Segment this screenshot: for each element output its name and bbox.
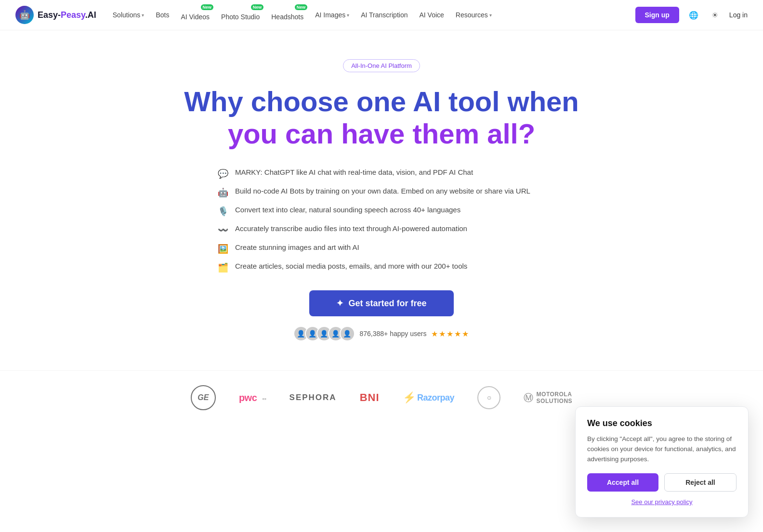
hero-title: Why choose one AI tool when you can have… [184, 86, 579, 150]
cookie-title: We use cookies [587, 418, 737, 425]
nav-actions: Sign up 🌐 ☀ Log in [635, 7, 748, 23]
transcribe-icon: 〰️ [218, 224, 229, 235]
nav-item-ai-videos[interactable]: New AI Videos [176, 6, 214, 24]
theme-toggle-icon[interactable]: ☀ [708, 8, 722, 22]
cta-section: Get started for free 👤 👤 👤 👤 👤 876,388+ … [184, 290, 579, 341]
feature-item-3: 〰️ Accurately transcribe audio files int… [218, 223, 545, 235]
logo-text: Easy-Peasy.AI [38, 10, 96, 20]
logo-avatar: 🤖 [15, 6, 34, 24]
hero-section: All-In-One AI Platform Why choose one AI… [165, 30, 598, 361]
new-badge-ai-videos: New [201, 4, 214, 10]
get-started-button[interactable]: Get started for free [309, 290, 454, 316]
nav-item-ai-images[interactable]: AI Images ▾ [310, 8, 354, 22]
signup-button[interactable]: Sign up [635, 7, 679, 23]
chat-icon: 💬 [218, 168, 229, 179]
navbar: 🤖 Easy-Peasy.AI Solutions ▾ Bots New AI … [0, 0, 763, 30]
bot-icon: 🤖 [218, 186, 229, 198]
nav-item-solutions[interactable]: Solutions ▾ [108, 8, 149, 22]
mic-icon: 🎙️ [218, 205, 229, 217]
logo-bni: BNI [360, 391, 380, 404]
chevron-down-icon: ▾ [142, 13, 144, 18]
feature-list: 💬 MARKY: ChatGPT like AI chat with real-… [218, 167, 545, 273]
feature-item-4: 🖼️ Create stunning images and art with A… [218, 242, 545, 254]
cookie-banner: We use cookies By clicking "Accept all",… [575, 406, 749, 425]
globe-icon[interactable]: 🌐 [687, 8, 700, 22]
logo-pwc: pwc ▪▪ [239, 392, 266, 403]
logo-ge: GE [191, 385, 216, 410]
nav-item-bots[interactable]: Bots [151, 8, 174, 22]
social-proof: 👤 👤 👤 👤 👤 876,388+ happy users ★★★★★ [293, 326, 470, 341]
feature-item-0: 💬 MARKY: ChatGPT like AI chat with real-… [218, 167, 545, 179]
logo-razorpay: ⚡Razorpay [403, 391, 455, 404]
nav-item-headshots[interactable]: New Headshots [266, 6, 308, 24]
logo-sephora: SEPHORA [289, 393, 337, 402]
avatar-group: 👤 👤 👤 👤 👤 [293, 326, 355, 341]
chevron-down-icon-images: ▾ [347, 13, 349, 18]
sparkle-icon [336, 298, 343, 309]
star-rating: ★★★★★ [431, 329, 470, 338]
logo-motorola: Ⓜ MOTOROLASOLUTIONS [524, 391, 572, 404]
user-count: 876,388+ happy users [360, 330, 427, 337]
feature-item-5: 🗂️ Create articles, social media posts, … [218, 261, 545, 273]
nav-item-ai-transcription[interactable]: AI Transcription [356, 8, 412, 22]
new-badge-photo-studio: New [251, 4, 264, 10]
logo[interactable]: 🤖 Easy-Peasy.AI [15, 6, 96, 24]
write-icon: 🗂️ [218, 261, 229, 273]
login-link[interactable]: Log in [729, 11, 748, 19]
avatar-5: 👤 [340, 326, 355, 341]
nav-item-photo-studio[interactable]: New Photo Studio [216, 6, 264, 24]
nav-item-ai-voice[interactable]: AI Voice [414, 8, 448, 22]
image-icon: 🖼️ [218, 243, 229, 254]
hero-badge: All-In-One AI Platform [343, 59, 420, 72]
feature-item-1: 🤖 Build no-code AI Bots by training on y… [218, 186, 545, 198]
chevron-down-icon-resources: ▾ [489, 13, 492, 18]
feature-item-2: 🎙️ Convert text into clear, natural soun… [218, 205, 545, 217]
nav-links: Solutions ▾ Bots New AI Videos New Photo… [108, 6, 624, 24]
main-content: All-In-One AI Platform Why choose one AI… [0, 30, 763, 425]
nav-item-resources[interactable]: Resources ▾ [451, 8, 497, 22]
logo-unknown: ⊙ [477, 386, 500, 409]
new-badge-headshots: New [295, 4, 308, 10]
